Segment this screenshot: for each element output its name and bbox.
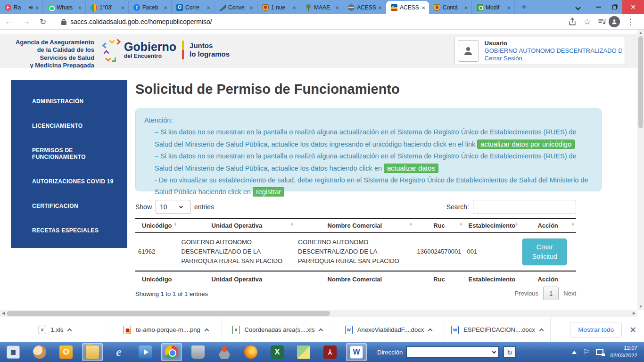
entries-select[interactable]: 10 — [156, 200, 190, 214]
excel-icon[interactable]: X — [267, 343, 288, 361]
firefox-icon[interactable] — [240, 343, 261, 361]
tab-close-icon[interactable]: × — [34, 4, 40, 11]
sidebar-item-certificacion[interactable]: CERTIFICACION — [11, 203, 127, 209]
sort-icon[interactable]: ▲▼ — [173, 222, 177, 227]
download-item[interactable]: X Coordenadas área(s....xls — [222, 317, 333, 342]
restore-button[interactable] — [606, 0, 622, 14]
previous-page-button[interactable]: Previous — [514, 290, 538, 297]
close-downloads-bar-icon[interactable]: ✕ — [629, 325, 636, 335]
file-explorer-icon[interactable] — [82, 343, 103, 361]
media-controls-icon[interactable] — [597, 17, 607, 26]
outlook-icon[interactable]: O — [56, 343, 76, 361]
word-icon[interactable]: W — [346, 343, 367, 361]
col-header-ruc[interactable]: Ruc▲▼ — [414, 219, 464, 233]
registrar-link[interactable]: registrar — [253, 187, 284, 197]
chevron-up-icon[interactable] — [319, 329, 323, 333]
tab-close-icon[interactable]: × — [506, 4, 512, 11]
tab-contador[interactable]: Contá × — [429, 1, 472, 14]
calculator-icon[interactable]: ▦ — [3, 343, 24, 361]
acrobat-icon[interactable]: ⅄ — [320, 343, 340, 361]
col-header-unidad-operativa[interactable]: Unidad Operativa▲▼ — [179, 219, 296, 233]
chevron-up-icon[interactable] — [428, 329, 433, 333]
scroll-up-icon[interactable]: ▲ — [637, 30, 644, 36]
tab-close-icon[interactable]: × — [463, 4, 469, 11]
sidebar-item-permisos[interactable]: PERMISOS DE FUNCIONAMIENTO — [11, 147, 127, 160]
tab-maae[interactable]: MAAE × — [300, 1, 343, 14]
vertical-scrollbar[interactable]: ▲ ▼ — [637, 30, 644, 310]
chevron-up-icon[interactable] — [204, 329, 209, 333]
chevron-up-icon[interactable] — [67, 329, 72, 333]
tab-maps[interactable]: 1°03' × — [86, 1, 129, 14]
tab-close-icon[interactable]: × — [421, 4, 426, 11]
new-tab-button[interactable]: + — [515, 2, 531, 14]
sort-icon[interactable]: ▲▼ — [409, 222, 413, 227]
back-icon[interactable]: ← — [0, 17, 17, 26]
col-header-accion[interactable]: Acción▲▼ — [520, 219, 576, 233]
sidebar-item-autorizaciones-covid[interactable]: AUTORIZACIONES COVID 19 — [11, 178, 127, 185]
paint-icon[interactable] — [29, 343, 50, 361]
network-icon[interactable] — [596, 349, 603, 355]
col-header-nombre-comercial[interactable]: Nombre Comercial▲▼ — [295, 219, 414, 233]
actualizar-por-unicodigo-link[interactable]: actualizar datos por unicódigo — [477, 140, 575, 149]
action-center-flag-icon[interactable]: ⚐ — [583, 348, 589, 356]
logout-link[interactable]: Cerrar Sesión — [485, 55, 622, 62]
minimize-button[interactable] — [590, 0, 606, 14]
tab-nuevo[interactable]: 1 nue × — [257, 1, 300, 14]
clock[interactable]: 12:07 02/03/2022 — [610, 345, 637, 359]
tab-converter[interactable]: Conve × — [215, 1, 257, 14]
cleaner-icon[interactable] — [214, 343, 235, 361]
crear-solicitud-button[interactable]: Crear Solicitud — [522, 239, 567, 265]
sort-icon[interactable]: ▲▼ — [514, 222, 518, 227]
scroll-down-icon[interactable]: ▼ — [637, 304, 644, 310]
media-player-icon[interactable] — [135, 343, 156, 361]
next-page-button[interactable]: Next — [563, 290, 576, 297]
audio-playing-icon[interactable] — [28, 5, 34, 10]
internet-explorer-icon[interactable]: e — [108, 343, 129, 361]
horizontal-scroll-thumb[interactable] — [7, 311, 330, 316]
reload-icon[interactable]: ↻ — [35, 17, 51, 27]
page-number-button[interactable]: 1 — [543, 287, 559, 300]
search-input[interactable] — [473, 200, 576, 214]
tab-acess-active[interactable]: ACESS × — [386, 1, 429, 14]
address-bar-url[interactable]: saccs.calidadsalud.gob.ec/homepublicoper… — [70, 18, 212, 25]
sidebar-item-licenciamiento[interactable]: LICENCIAMIENTO — [11, 123, 127, 129]
download-item[interactable]: W AnexoViabilidadF....docx — [333, 317, 444, 342]
tray-expand-icon[interactable] — [572, 351, 577, 354]
sort-icon[interactable]: ▲▼ — [290, 222, 294, 227]
forward-icon[interactable]: → — [17, 17, 35, 26]
tab-modificacion[interactable]: Modif × — [472, 1, 515, 14]
address-go-icon[interactable]: ↻ — [504, 346, 516, 358]
menu-dots-icon[interactable]: ⋮ — [622, 17, 639, 27]
tab-close-icon[interactable]: × — [377, 4, 383, 11]
tab-close-icon[interactable]: × — [120, 4, 125, 11]
lock-icon[interactable] — [61, 19, 66, 25]
user-name-link[interactable]: GOBIERNO AUTONOMO DESCENTRALIZADO DE LA … — [485, 47, 622, 54]
tab-search-chevron-icon[interactable] — [576, 3, 583, 9]
sidebar-item-recetas[interactable]: RECETAS ESPECIALES — [11, 227, 127, 234]
profile-avatar-icon[interactable] — [609, 16, 620, 27]
scroll-right-icon[interactable]: ▶ — [631, 310, 637, 317]
tab-close-icon[interactable]: × — [77, 4, 83, 11]
share-icon[interactable] — [568, 17, 577, 26]
tab-acess-globe[interactable]: ACESS × — [343, 1, 386, 14]
direccion-input[interactable] — [406, 346, 499, 358]
tab-outlook[interactable]: Corre × — [172, 1, 215, 14]
tab-radio[interactable]: Ra × — [0, 1, 43, 14]
sort-icon[interactable]: ▲▼ — [459, 222, 463, 227]
tab-facebook[interactable]: Faceb × — [129, 1, 172, 14]
scanner-icon[interactable] — [188, 343, 208, 361]
chevron-up-icon[interactable] — [539, 329, 544, 333]
show-all-downloads-button[interactable]: Mostrar todo — [570, 322, 622, 337]
close-button[interactable]: ✕ — [622, 0, 644, 14]
tab-close-icon[interactable]: × — [163, 4, 168, 11]
sticky-notes-icon[interactable] — [293, 343, 314, 361]
col-header-establecimiento[interactable]: Establecimiento▲▼ — [464, 219, 520, 233]
vertical-scroll-thumb[interactable] — [638, 36, 643, 128]
tab-close-icon[interactable]: × — [248, 4, 254, 11]
tab-close-icon[interactable]: × — [291, 4, 297, 11]
tab-close-icon[interactable]: × — [206, 4, 211, 11]
bookmark-star-icon[interactable]: ☆ — [579, 17, 595, 27]
tab-close-icon[interactable]: × — [334, 4, 340, 11]
chrome-icon[interactable] — [161, 343, 182, 361]
scroll-left-icon[interactable]: ◀ — [0, 310, 7, 317]
